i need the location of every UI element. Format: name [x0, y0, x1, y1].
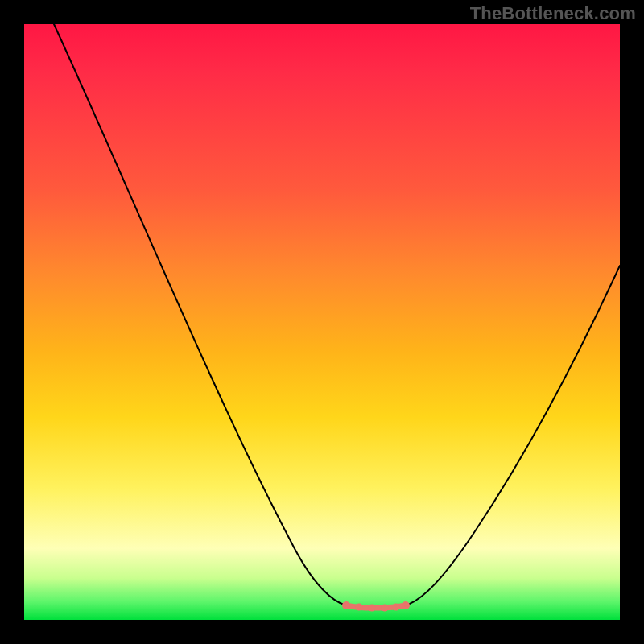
trough-marker-dot: [369, 605, 376, 612]
trough-marker-dot: [382, 605, 389, 612]
plot-area: [24, 24, 620, 620]
trough-marker-dot: [393, 604, 400, 611]
trough-marker-dot: [342, 601, 350, 609]
curve-left-branch: [54, 24, 346, 605]
watermark-text: TheBottleneck.com: [470, 3, 636, 24]
chart-frame: TheBottleneck.com: [0, 0, 644, 644]
trough-marker-dot: [356, 604, 363, 611]
trough-marker-dot: [402, 601, 410, 609]
curve-right-branch: [406, 266, 620, 605]
chart-svg: [24, 24, 620, 620]
